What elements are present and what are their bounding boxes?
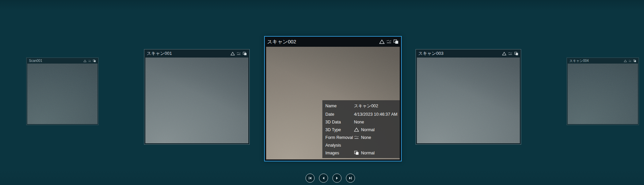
form-removal-icon <box>508 52 512 56</box>
triangle-3d-type-icon <box>83 60 86 62</box>
thumbnail-grain <box>417 58 520 143</box>
scan-card-badges <box>379 39 399 44</box>
info-label: Analysis <box>322 143 354 148</box>
info-value: Normal <box>354 127 374 132</box>
info-row-form-removal: Form Removal None <box>322 134 400 141</box>
scan-card-titlebar: スキャン003 <box>416 49 521 58</box>
scan-thumbnail <box>417 58 520 143</box>
nav-next-button[interactable] <box>332 174 342 183</box>
triangle-3d-type-icon <box>230 52 235 56</box>
scan-card-title: スキャン002 <box>267 39 296 45</box>
scan-thumbnail <box>145 58 248 143</box>
form-removal-icon <box>629 60 632 62</box>
scan-card-titlebar: スキャン001 <box>144 49 249 58</box>
triangle-3d-type-icon <box>624 60 627 62</box>
scan-thumbnail: Name スキャン002 Date 4/13/2023 10:46:37 AM … <box>266 47 400 159</box>
scan-card-005-far-right[interactable]: スキャン004 <box>567 58 639 125</box>
next-icon <box>335 176 339 180</box>
scan-card-004-near-right[interactable]: スキャン003 <box>416 49 521 145</box>
info-value: Normal <box>354 151 374 155</box>
scan-thumbnail <box>568 64 638 124</box>
scan-info-panel: Name スキャン002 Date 4/13/2023 10:46:37 AM … <box>322 100 400 158</box>
scan-thumbnail <box>27 64 98 124</box>
info-label: Name <box>322 104 354 108</box>
images-icon <box>354 151 359 155</box>
scan-card-badges <box>624 60 636 62</box>
scan-card-title: スキャン004 <box>569 59 589 63</box>
scan-card-titlebar: スキャン002 <box>265 37 401 47</box>
info-row-name: Name スキャン002 <box>322 102 400 110</box>
info-value: 4/13/2023 10:46:37 AM <box>354 112 397 117</box>
scan-card-001-far-left[interactable]: Scan001 <box>26 58 99 125</box>
info-label: Images <box>322 151 354 155</box>
scan-card-title: スキャン001 <box>147 50 172 57</box>
info-label: 3D Data <box>322 120 354 124</box>
scan-card-titlebar: Scan001 <box>27 58 98 64</box>
scan-card-title: Scan001 <box>29 59 42 63</box>
skip-to-first-icon <box>308 176 312 180</box>
skip-to-last-icon <box>349 176 352 180</box>
form-removal-icon <box>237 52 241 56</box>
form-removal-icon <box>386 39 392 44</box>
images-icon <box>393 39 399 44</box>
nav-first-button[interactable] <box>306 174 315 183</box>
info-row-analysis: Analysis <box>322 141 400 149</box>
info-value: None <box>354 135 371 140</box>
scan-card-badges <box>230 52 247 56</box>
info-value: スキャン002 <box>354 103 378 109</box>
carousel-nav <box>306 174 355 183</box>
info-value: None <box>354 120 364 124</box>
images-icon <box>93 60 96 62</box>
scan-card-002-near-left[interactable]: スキャン001 <box>144 49 250 145</box>
info-label: Date <box>322 112 354 117</box>
triangle-3d-type-icon <box>354 127 359 132</box>
triangle-3d-type-icon <box>379 39 385 44</box>
images-icon <box>514 52 518 56</box>
scan-card-003-selected[interactable]: スキャン002 Name スキャン002 Date 4/13/2023 10:4… <box>264 36 402 161</box>
scan-card-badges <box>83 60 96 62</box>
previous-icon <box>322 176 325 180</box>
scan-browser: Scan001 スキャン001 スキャン002 <box>0 0 644 185</box>
info-label: 3D Type <box>322 127 354 132</box>
form-removal-icon <box>354 135 359 140</box>
thumbnail-grain <box>145 58 248 143</box>
info-row-3d-data: 3D Data None <box>322 118 400 126</box>
info-row-images: Images Normal <box>322 149 400 157</box>
scan-card-titlebar: スキャン004 <box>567 58 639 64</box>
thumbnail-grain <box>568 64 638 124</box>
info-row-date: Date 4/13/2023 10:46:37 AM <box>322 110 400 118</box>
nav-last-button[interactable] <box>346 174 355 183</box>
images-icon <box>243 52 247 56</box>
info-row-3d-type: 3D Type Normal <box>322 126 400 134</box>
nav-previous-button[interactable] <box>319 174 328 183</box>
scan-card-badges <box>502 52 518 56</box>
info-label: Form Removal <box>322 135 354 140</box>
form-removal-icon <box>88 60 91 62</box>
scan-card-title: スキャン003 <box>418 50 443 57</box>
images-icon <box>633 60 636 62</box>
triangle-3d-type-icon <box>502 52 506 56</box>
thumbnail-grain <box>27 64 98 124</box>
